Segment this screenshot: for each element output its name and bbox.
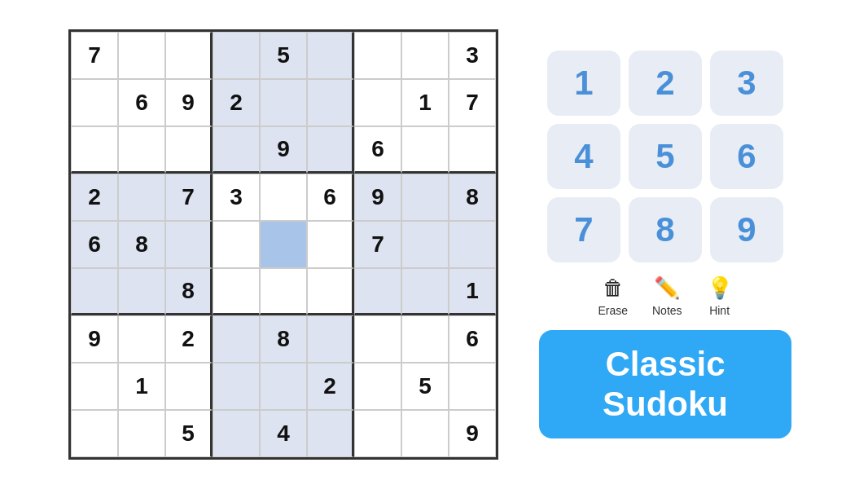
cell[interactable]: 2 <box>165 315 213 363</box>
cell[interactable] <box>260 79 307 126</box>
cell[interactable]: 2 <box>307 363 354 410</box>
cell[interactable]: 5 <box>260 32 307 79</box>
cell[interactable] <box>307 79 354 126</box>
cell[interactable] <box>213 315 260 363</box>
cell[interactable]: 2 <box>213 79 260 126</box>
cell[interactable] <box>165 221 213 268</box>
cell[interactable]: 3 <box>449 32 496 79</box>
cell[interactable] <box>401 32 449 79</box>
cell[interactable] <box>449 126 496 174</box>
cell[interactable] <box>307 315 354 363</box>
cell[interactable] <box>354 32 401 79</box>
cell[interactable]: 1 <box>118 363 165 410</box>
cell-value: 8 <box>277 326 290 352</box>
cell[interactable]: 6 <box>118 79 165 126</box>
cell[interactable]: 9 <box>260 126 307 174</box>
cell[interactable] <box>260 268 307 315</box>
cell[interactable] <box>307 221 354 268</box>
cell[interactable] <box>71 410 118 457</box>
cell[interactable] <box>118 268 165 315</box>
number-button-2[interactable]: 2 <box>629 51 702 116</box>
cell[interactable] <box>307 32 354 79</box>
hint-button[interactable]: 💡 Hint <box>707 275 733 317</box>
right-panel: 123456789 🗑 Erase ✏️ Notes 💡 Hint Classi… <box>531 51 800 438</box>
cell[interactable]: 6 <box>307 174 354 221</box>
number-button-3[interactable]: 3 <box>710 51 783 116</box>
cell[interactable] <box>401 268 449 315</box>
cell[interactable] <box>71 363 118 410</box>
cell[interactable]: 4 <box>260 410 307 457</box>
cell[interactable] <box>401 174 449 221</box>
cell[interactable]: 7 <box>449 79 496 126</box>
cell-value: 4 <box>277 421 290 447</box>
number-button-6[interactable]: 6 <box>710 124 783 189</box>
cell[interactable] <box>260 221 307 268</box>
cell[interactable] <box>213 268 260 315</box>
number-button-7[interactable]: 7 <box>547 197 620 262</box>
sudoku-grid[interactable]: 7536921796273698687819286125549 <box>68 29 498 460</box>
cell[interactable]: 8 <box>260 315 307 363</box>
cell[interactable]: 6 <box>449 315 496 363</box>
cell[interactable] <box>213 410 260 457</box>
cell-value: 8 <box>466 184 479 210</box>
cell[interactable]: 9 <box>71 315 118 363</box>
cell[interactable] <box>118 32 165 79</box>
cell[interactable]: 9 <box>449 410 496 457</box>
cell[interactable] <box>213 363 260 410</box>
cell[interactable] <box>71 126 118 174</box>
cell[interactable] <box>260 174 307 221</box>
cell[interactable] <box>213 32 260 79</box>
cell[interactable] <box>401 221 449 268</box>
cell[interactable] <box>165 126 213 174</box>
cell[interactable]: 3 <box>213 174 260 221</box>
cell[interactable] <box>118 315 165 363</box>
number-button-5[interactable]: 5 <box>629 124 702 189</box>
cell[interactable]: 8 <box>165 268 213 315</box>
cell[interactable]: 9 <box>165 79 213 126</box>
erase-button[interactable]: 🗑 Erase <box>598 275 628 317</box>
cell[interactable] <box>71 268 118 315</box>
cell[interactable]: 1 <box>449 268 496 315</box>
cell[interactable] <box>449 221 496 268</box>
cell[interactable]: 8 <box>118 221 165 268</box>
cell[interactable] <box>165 32 213 79</box>
cell[interactable]: 6 <box>354 126 401 174</box>
cell[interactable]: 7 <box>354 221 401 268</box>
cell[interactable] <box>165 363 213 410</box>
cell[interactable] <box>118 410 165 457</box>
number-button-1[interactable]: 1 <box>547 51 620 116</box>
cell[interactable] <box>71 79 118 126</box>
cell[interactable] <box>354 79 401 126</box>
cell[interactable]: 7 <box>71 32 118 79</box>
cell[interactable] <box>307 126 354 174</box>
number-button-4[interactable]: 4 <box>547 124 620 189</box>
number-button-9[interactable]: 9 <box>710 197 783 262</box>
cell-value: 7 <box>466 90 479 116</box>
cell[interactable]: 5 <box>401 363 449 410</box>
cell[interactable]: 2 <box>71 174 118 221</box>
notes-button[interactable]: ✏️ Notes <box>652 275 682 317</box>
cell[interactable] <box>118 174 165 221</box>
cell[interactable] <box>401 315 449 363</box>
cell[interactable] <box>118 126 165 174</box>
cell[interactable] <box>213 221 260 268</box>
cell[interactable]: 1 <box>401 79 449 126</box>
cell[interactable] <box>307 410 354 457</box>
cell[interactable] <box>354 410 401 457</box>
cell[interactable] <box>354 268 401 315</box>
cell[interactable] <box>307 268 354 315</box>
cell[interactable]: 8 <box>449 174 496 221</box>
cell[interactable] <box>260 363 307 410</box>
cell[interactable] <box>354 315 401 363</box>
cell[interactable] <box>401 410 449 457</box>
number-button-8[interactable]: 8 <box>629 197 702 262</box>
cell[interactable] <box>213 126 260 174</box>
cell[interactable] <box>449 363 496 410</box>
cell-value: 1 <box>466 278 479 304</box>
cell[interactable]: 9 <box>354 174 401 221</box>
cell[interactable]: 5 <box>165 410 213 457</box>
cell[interactable] <box>354 363 401 410</box>
cell[interactable]: 6 <box>71 221 118 268</box>
cell[interactable]: 7 <box>165 174 213 221</box>
cell[interactable] <box>401 126 449 174</box>
